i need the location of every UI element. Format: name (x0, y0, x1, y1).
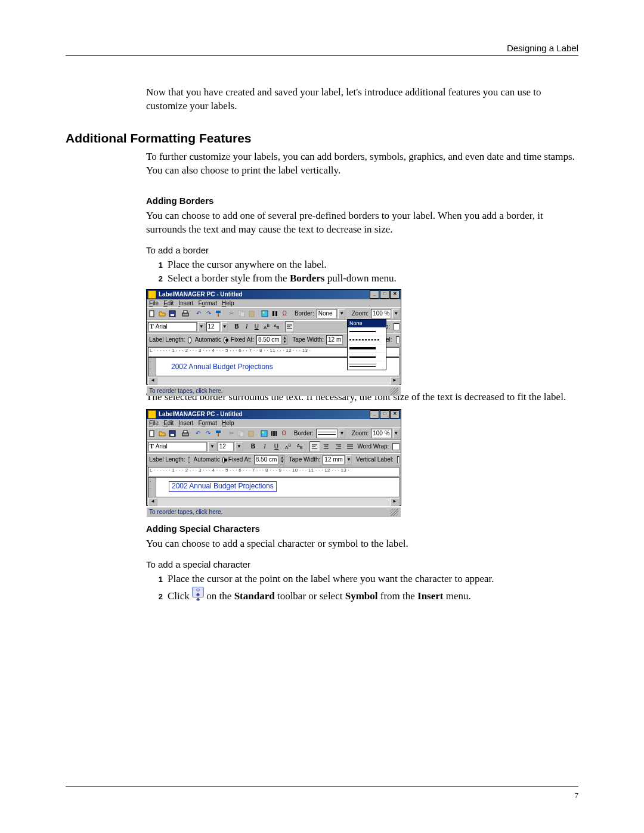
border-option-thin[interactable] (348, 328, 386, 336)
superscript-button[interactable]: AB (283, 441, 293, 452)
wordwrap-checkbox[interactable] (394, 323, 400, 330)
menu-help[interactable]: Help (222, 420, 234, 426)
new-icon[interactable] (148, 308, 157, 319)
resize-grip-icon[interactable] (390, 388, 398, 395)
align-right-button[interactable] (333, 441, 343, 452)
window-titlebar[interactable]: LabelMANAGER PC - Untitled _ □ ✕ (147, 410, 401, 419)
cut-icon[interactable]: ✂ (227, 308, 236, 319)
font-size-select[interactable]: 12 (206, 322, 220, 332)
align-center-button[interactable] (321, 441, 332, 452)
border-dropdown-arrow[interactable]: ▼ (339, 429, 346, 438)
undo-icon[interactable]: ↶ (194, 308, 203, 319)
copy-icon[interactable] (237, 428, 246, 439)
menu-edit[interactable]: Edit (163, 420, 174, 426)
border-dropdown-arrow[interactable]: ▼ (338, 309, 345, 318)
fixed-radio[interactable] (224, 337, 227, 343)
format-painter-icon[interactable] (213, 428, 222, 439)
superscript-button[interactable]: AB (262, 321, 271, 332)
label-text[interactable]: 2002 Annual Budget Projections (169, 363, 275, 372)
menu-insert[interactable]: Insert (178, 300, 193, 306)
scroll-right-arrow[interactable]: ► (390, 498, 400, 506)
italic-button[interactable]: I (259, 441, 270, 452)
border-select[interactable] (316, 429, 338, 438)
bold-button[interactable]: B (248, 441, 259, 452)
redo-icon[interactable]: ↷ (204, 308, 213, 319)
length-field[interactable]: 8.50 cm (254, 455, 279, 465)
border-option-none[interactable]: None (348, 320, 386, 328)
label-text-bordered[interactable]: 2002 Annual Budget Projections (169, 481, 277, 492)
print-icon[interactable] (181, 428, 190, 439)
menu-insert[interactable]: Insert (178, 420, 193, 426)
insert-image-icon[interactable] (260, 308, 269, 319)
menu-help[interactable]: Help (222, 300, 234, 306)
new-icon[interactable] (148, 428, 157, 439)
paste-icon[interactable] (247, 308, 256, 319)
subscript-button[interactable]: AB (272, 321, 281, 332)
open-icon[interactable] (158, 428, 167, 439)
window-titlebar[interactable]: LabelMANAGER PC - Untitled _ □ ✕ (147, 290, 401, 299)
paste-icon[interactable] (247, 428, 256, 439)
menu-edit[interactable]: Edit (163, 300, 174, 306)
insert-image-icon[interactable] (260, 428, 269, 439)
border-option-triple[interactable] (348, 361, 386, 370)
format-painter-icon[interactable] (214, 308, 223, 319)
menu-file[interactable]: File (149, 420, 159, 426)
minimize-button[interactable]: _ (370, 410, 379, 419)
redo-icon[interactable]: ↷ (204, 428, 213, 439)
subscript-button[interactable]: AB (295, 441, 305, 452)
vertical-checkbox[interactable] (397, 456, 400, 463)
length-spinner[interactable]: ▲▼ (280, 455, 284, 465)
insert-barcode-icon[interactable] (270, 428, 278, 439)
print-icon[interactable] (181, 308, 190, 319)
automatic-radio[interactable] (188, 457, 190, 463)
align-justify-button[interactable] (345, 441, 355, 452)
zoom-dropdown-arrow[interactable]: ▼ (393, 429, 400, 438)
align-left-button[interactable] (309, 441, 320, 452)
fixed-radio[interactable] (222, 457, 225, 463)
border-option-thick[interactable] (348, 345, 386, 353)
menu-file[interactable]: File (149, 300, 159, 306)
underline-button[interactable]: U (271, 441, 282, 452)
horizontal-scrollbar[interactable]: ◄ ► (148, 498, 400, 506)
tape-width-select[interactable]: 12 m (326, 335, 343, 345)
minimize-button[interactable]: _ (370, 290, 379, 299)
zoom-select[interactable]: 100 % (371, 429, 391, 438)
border-option-double[interactable] (348, 353, 386, 361)
close-button[interactable]: ✕ (390, 410, 400, 419)
length-spinner[interactable]: ▲▼ (283, 335, 287, 345)
align-left-button[interactable] (285, 321, 294, 332)
font-size-select[interactable]: 12 (218, 442, 234, 451)
underline-button[interactable]: U (252, 321, 261, 332)
font-dropdown-arrow[interactable]: ▼ (208, 442, 216, 451)
undo-icon[interactable]: ↶ (194, 428, 203, 439)
size-dropdown-arrow[interactable]: ▼ (235, 442, 243, 451)
tape-dropdown-arrow[interactable]: ▼ (346, 455, 352, 465)
size-dropdown-arrow[interactable]: ▼ (221, 322, 228, 332)
horizontal-scrollbar[interactable]: ◄ ► (148, 377, 400, 385)
bold-button[interactable]: B (233, 321, 242, 332)
menu-format[interactable]: Format (198, 420, 217, 426)
font-name-select[interactable]: TArial (148, 442, 207, 451)
menu-format[interactable]: Format (198, 300, 217, 306)
label-canvas[interactable]: ·· 2002 Annual Budget Projections (148, 477, 400, 497)
font-dropdown-arrow[interactable]: ▼ (198, 322, 205, 332)
status-link[interactable]: To reorder tapes, click here. (149, 509, 222, 516)
copy-icon[interactable] (237, 308, 246, 319)
border-option-dash[interactable] (348, 336, 386, 345)
border-select[interactable]: None (317, 309, 338, 318)
length-field[interactable]: 8.50 cm (256, 335, 281, 345)
wordwrap-checkbox[interactable] (392, 443, 400, 450)
zoom-select[interactable]: 100 % (371, 309, 391, 318)
insert-symbol-icon[interactable]: Ω (280, 308, 289, 319)
close-button[interactable]: ✕ (390, 290, 400, 299)
font-name-select[interactable]: TArial (148, 322, 197, 332)
maximize-button[interactable]: □ (380, 410, 389, 419)
open-icon[interactable] (158, 308, 167, 319)
scroll-left-arrow[interactable]: ◄ (148, 377, 157, 385)
tape-width-select[interactable]: 12 mm (323, 455, 345, 465)
scroll-right-arrow[interactable]: ► (390, 377, 400, 385)
insert-barcode-icon[interactable] (270, 308, 279, 319)
cut-icon[interactable]: ✂ (227, 428, 236, 439)
save-icon[interactable] (168, 428, 177, 439)
border-dropdown-open[interactable]: None (347, 319, 386, 370)
